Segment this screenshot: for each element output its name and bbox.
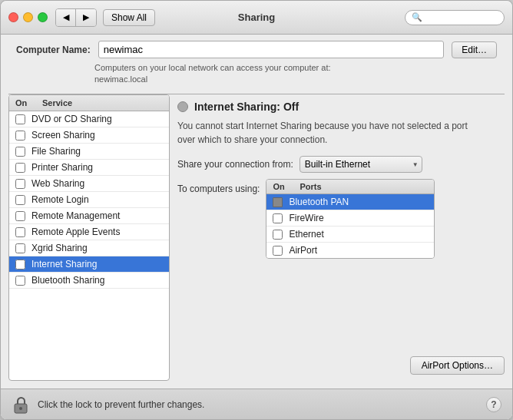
forward-button[interactable]: ▶: [76, 9, 96, 26]
service-checkbox-remote-apple[interactable]: [15, 227, 25, 237]
svg-point-1: [19, 407, 22, 410]
port-name: Ethernet: [289, 229, 323, 240]
port-checkbox-firewire[interactable]: [273, 213, 283, 223]
services-list: DVD or CD Sharing Screen Sharing File Sh…: [9, 111, 169, 380]
name-hint2: newimac.local: [94, 74, 147, 84]
service-checkbox-internet[interactable]: [15, 260, 25, 270]
nav-buttons: ◀ ▶: [55, 8, 97, 27]
list-item[interactable]: Web Sharing: [9, 176, 169, 192]
list-item[interactable]: Remote Login: [9, 192, 169, 208]
list-item[interactable]: Screen Sharing: [9, 127, 169, 144]
sharing-window: ◀ ▶ Show All Sharing 🔍 Computer Name: Ed…: [0, 0, 513, 420]
service-checkbox-screen[interactable]: [15, 131, 25, 141]
titlebar: ◀ ▶ Show All Sharing 🔍: [1, 1, 512, 35]
service-name: Screen Sharing: [31, 130, 95, 141]
close-button[interactable]: [8, 12, 18, 22]
list-item[interactable]: File Sharing: [9, 144, 169, 160]
services-col-on: On: [15, 98, 42, 107]
services-col-service: Service: [42, 98, 72, 107]
service-checkbox-file[interactable]: [15, 147, 25, 157]
share-from-row: Share your connection from: Built-in Eth…: [177, 156, 505, 173]
service-checkbox-printer[interactable]: [15, 163, 25, 173]
status-row: Internet Sharing: Off: [177, 101, 505, 113]
share-from-select-wrapper: Built-in Ethernet: [300, 156, 422, 173]
service-name: Web Sharing: [31, 178, 84, 189]
port-checkbox-ethernet[interactable]: [273, 230, 283, 240]
port-row-airport[interactable]: AirPort: [266, 243, 434, 258]
lock-icon[interactable]: [12, 395, 30, 414]
computer-name-label: Computer Name:: [16, 45, 91, 55]
status-indicator: [177, 101, 188, 112]
service-checkbox-bluetooth[interactable]: [15, 276, 25, 286]
service-name: Xgrid Sharing: [31, 243, 88, 253]
airport-options-button[interactable]: AirPort Options…: [410, 356, 505, 375]
ports-table: On Ports Bluetooth PAN FireWire Ethernet: [266, 179, 435, 259]
list-item[interactable]: Remote Management: [9, 208, 169, 224]
port-indicator-bluetooth: [273, 197, 283, 207]
computer-name-input[interactable]: [98, 41, 445, 58]
services-panel: On Service DVD or CD Sharing Screen Shar…: [8, 94, 170, 381]
computer-name-section: Computer Name: Edit… Computers on your l…: [1, 35, 512, 88]
service-name: Printer Sharing: [31, 162, 93, 173]
back-button[interactable]: ◀: [56, 9, 76, 26]
port-row-bluetooth[interactable]: Bluetooth PAN: [266, 194, 434, 210]
list-item-selected[interactable]: Internet Sharing: [9, 256, 169, 273]
edit-button[interactable]: Edit…: [452, 41, 497, 58]
service-name: DVD or CD Sharing: [31, 114, 112, 124]
service-checkbox-xgrid[interactable]: [15, 243, 25, 253]
service-checkbox-remote-mgmt[interactable]: [15, 211, 25, 221]
list-item[interactable]: Bluetooth Sharing: [9, 273, 169, 289]
port-name: AirPort: [289, 245, 317, 256]
list-item[interactable]: DVD or CD Sharing: [9, 111, 169, 127]
list-item[interactable]: Xgrid Sharing: [9, 240, 169, 256]
service-checkbox-remote-login[interactable]: [15, 195, 25, 205]
ports-table-header: On Ports: [266, 180, 434, 194]
right-panel: Internet Sharing: Off You cannot start I…: [177, 94, 505, 381]
search-input[interactable]: [425, 12, 498, 23]
window-title: Sharing: [238, 12, 275, 23]
main-content: On Service DVD or CD Sharing Screen Shar…: [1, 94, 512, 389]
ports-col-on: On: [273, 182, 300, 191]
port-row-ethernet[interactable]: Ethernet: [266, 227, 434, 243]
services-header: On Service: [9, 95, 169, 111]
description-text: You cannot start Internet Sharing becaus…: [177, 119, 485, 147]
bottom-bar: Click the lock to prevent further change…: [1, 389, 512, 419]
traffic-lights: [8, 12, 48, 22]
minimize-button[interactable]: [23, 12, 33, 22]
to-computers-row: To computers using: On Ports Bluetooth P…: [177, 179, 505, 259]
port-name: FireWire: [289, 213, 323, 223]
service-name: Remote Management: [31, 210, 120, 221]
list-item[interactable]: Printer Sharing: [9, 160, 169, 176]
service-name: Remote Apple Events: [31, 227, 120, 237]
name-hint: Computers on your local network can acce…: [94, 63, 331, 72]
search-box: 🔍: [405, 10, 505, 25]
show-all-button[interactable]: Show All: [103, 9, 155, 26]
lock-text: Click the lock to prevent further change…: [38, 399, 204, 410]
port-checkbox-airport[interactable]: [273, 246, 283, 256]
status-title: Internet Sharing: Off: [194, 101, 299, 113]
ports-col-name: Ports: [300, 182, 321, 191]
port-name: Bluetooth PAN: [289, 197, 349, 207]
share-from-select[interactable]: Built-in Ethernet: [300, 156, 422, 173]
help-button[interactable]: ?: [486, 397, 501, 412]
service-checkbox-dvd[interactable]: [15, 114, 25, 124]
share-from-label: Share your connection from:: [177, 159, 293, 170]
service-checkbox-web[interactable]: [15, 179, 25, 189]
service-name: Remote Login: [31, 194, 89, 205]
service-name: Internet Sharing: [31, 259, 97, 270]
list-item[interactable]: Remote Apple Events: [9, 224, 169, 240]
service-name: Bluetooth Sharing: [31, 275, 104, 286]
port-row-firewire[interactable]: FireWire: [266, 210, 434, 227]
service-name: File Sharing: [31, 146, 81, 157]
to-computers-label: To computers using:: [177, 179, 260, 194]
maximize-button[interactable]: [38, 12, 48, 22]
search-icon: 🔍: [412, 12, 422, 22]
